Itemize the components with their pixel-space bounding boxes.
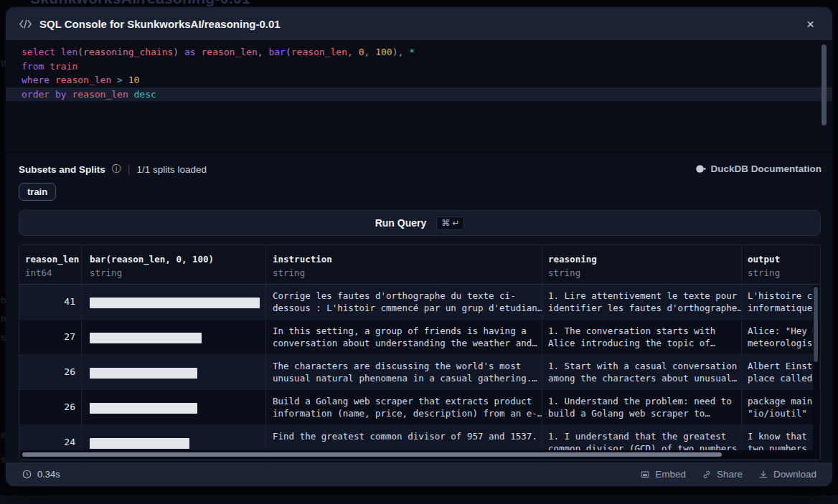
bar-chart-fill	[90, 438, 189, 449]
sql-token: reason_len	[72, 89, 133, 100]
run-query-button[interactable]: Run Query ⌘ ↵	[19, 210, 821, 236]
cell-instruction: Build a Golang web scraper that extracts…	[266, 390, 542, 424]
code-icon	[19, 19, 32, 29]
split-chip-train[interactable]: train	[19, 183, 56, 201]
cell-instruction: In this setting, a group of friends is h…	[266, 320, 542, 354]
backdrop-text-fragment: s	[1, 333, 6, 343]
clock-icon	[22, 469, 32, 480]
table-row: 27In this setting, a group of friends is…	[19, 320, 820, 355]
embed-button[interactable]: Embed	[640, 469, 686, 480]
sql-token: reason_len	[55, 75, 117, 85]
share-link-icon	[702, 470, 712, 480]
cmd-key-icon: ⌘	[441, 218, 450, 228]
cell-instruction: The characters are discussing the world'…	[266, 355, 542, 389]
query-duration: 0.34s	[37, 469, 60, 480]
cell-reason-len: 27	[19, 320, 82, 354]
bar-chart-fill	[90, 368, 197, 379]
sql-token: 10	[128, 75, 140, 85]
cell-reason-len: 26	[19, 355, 82, 389]
column-header-instruction: instruction string	[266, 245, 542, 284]
cell-output: package main "io/ioutil" "	[742, 390, 821, 424]
cell-reasoning: 1. Lire attentivement le texte pour iden…	[542, 285, 742, 319]
vertical-scrollbar-thumb[interactable]	[814, 287, 818, 362]
backdrop-text-fragment: e	[1, 430, 6, 440]
results-table: reason_len int64 bar(reason_len, 0, 100)…	[19, 244, 821, 460]
download-icon	[758, 470, 768, 480]
column-header-reason-len: reason_len int64	[19, 245, 82, 284]
keyboard-shortcut-badge: ⌘ ↵	[436, 217, 464, 230]
column-header-bar: bar(reason_len, 0, 100) string	[82, 245, 266, 284]
table-horizontal-scrollbar[interactable]	[20, 450, 819, 459]
sql-token: order by	[22, 89, 72, 100]
editor-scrollbar-thumb[interactable]	[821, 44, 827, 125]
sql-code-line: select len(reasoning_chains) as reason_l…	[6, 45, 832, 60]
sql-token: where	[22, 75, 55, 85]
duckdb-logo-icon	[695, 163, 706, 174]
sql-code-line: where reason_len > 10	[6, 73, 832, 87]
close-icon[interactable]: ×	[801, 16, 819, 32]
embed-icon	[640, 470, 650, 480]
sql-token: from	[22, 61, 50, 72]
backdrop-text-fragment: s	[1, 455, 6, 465]
share-label: Share	[717, 469, 743, 480]
table-row: 26Build a Golang web scraper that extrac…	[19, 390, 820, 425]
download-label: Download	[773, 469, 816, 480]
cell-output: Albert Einste place called	[742, 355, 821, 389]
run-query-label: Run Query	[375, 217, 427, 229]
cell-reasoning: 1. The conversation starts with Alice in…	[542, 320, 742, 354]
sql-token: 100	[375, 47, 392, 57]
sql-token: ,	[347, 47, 359, 57]
embed-label: Embed	[655, 469, 686, 480]
cell-output: L'histoire co informatique	[742, 285, 821, 319]
sql-token: (	[77, 47, 83, 57]
bar-chart-fill	[90, 298, 260, 308]
horizontal-scrollbar-thumb[interactable]	[22, 452, 722, 457]
info-icon[interactable]: ⓘ	[112, 163, 121, 176]
sql-token: select	[22, 47, 61, 57]
table-header-row: reason_len int64 bar(reason_len, 0, 100)…	[19, 245, 820, 285]
modal-header: SQL Console for SkunkworksAI/reasoning-0…	[6, 7, 832, 40]
cell-bar	[82, 285, 266, 319]
duckdb-docs-link[interactable]: DuckDB Documentation	[695, 163, 821, 174]
sql-token: as	[184, 47, 201, 57]
sql-token: ,	[258, 47, 269, 57]
sql-token: reasoning_chains	[83, 47, 173, 57]
sql-token: *	[409, 47, 415, 57]
sql-token: bar	[268, 47, 285, 57]
sql-token: (	[286, 47, 291, 57]
cell-bar	[82, 390, 266, 424]
sql-token: train	[50, 61, 77, 72]
duckdb-docs-label: DuckDB Documentation	[710, 163, 821, 174]
sql-code-line: from train	[6, 60, 832, 74]
column-header-reasoning: reasoning string	[542, 245, 742, 284]
column-header-output: output string	[742, 245, 821, 284]
sql-token: >	[117, 75, 128, 85]
table-vertical-scrollbar[interactable]	[813, 285, 819, 450]
cell-instruction: Corrige les fautes d'orthographe du text…	[266, 285, 542, 319]
modal-title: SQL Console for SkunkworksAI/reasoning-0…	[39, 18, 281, 30]
sql-console-modal: SQL Console for SkunkworksAI/reasoning-0…	[6, 7, 832, 486]
cell-reason-len: 26	[19, 390, 82, 424]
share-button[interactable]: Share	[702, 469, 743, 480]
subsets-row: Subsets and Splits ⓘ | 1/1 splits loaded	[19, 163, 207, 176]
cell-reason-len: 41	[19, 285, 82, 319]
cell-reasoning: 1. Understand the problem: need to build…	[542, 390, 742, 424]
sql-code-line: order by reason_len desc	[6, 87, 832, 102]
cell-output: Alice: "Hey g meteorologist	[742, 320, 821, 354]
sql-token: len	[61, 47, 77, 57]
cell-bar	[82, 355, 266, 389]
download-button[interactable]: Download	[758, 469, 816, 480]
footer-actions: Embed Share Download	[640, 469, 816, 480]
backdrop-bottom-band	[0, 495, 838, 504]
sql-code: select len(reasoning_chains) as reason_l…	[6, 45, 832, 101]
sql-token: reason_len	[291, 47, 347, 57]
backdrop-page-title: SkunkworksAI/reasoning-0.01	[0, 0, 838, 6]
sql-editor[interactable]: select len(reasoning_chains) as reason_l…	[6, 40, 832, 154]
sql-token: desc	[134, 89, 156, 100]
sql-token: 0	[359, 47, 364, 57]
sql-token: reason_len	[201, 47, 257, 57]
sql-token: ,	[364, 47, 376, 57]
bar-chart-fill	[90, 403, 197, 414]
modal-footer: 0.34s Embed Share	[6, 462, 832, 486]
subsets-label: Subsets and Splits	[19, 164, 105, 175]
